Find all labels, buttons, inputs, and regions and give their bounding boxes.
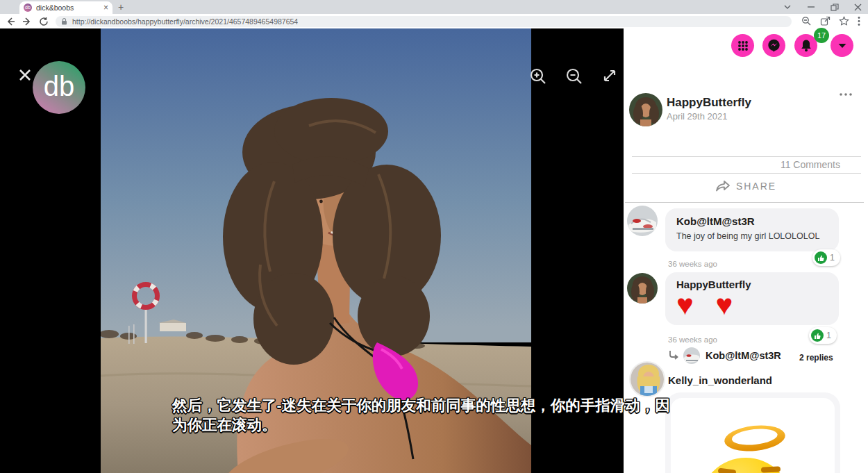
comment-bubble: HappyButterfly ♥ ♥	[665, 272, 839, 325]
browser-menu-icon[interactable]	[858, 16, 860, 26]
comment-like-badge[interactable]: 1	[809, 327, 837, 344]
notification-count-badge: 17	[814, 28, 829, 43]
divider	[632, 173, 861, 174]
window-restore-icon[interactable]	[831, 3, 839, 11]
window-minimize-icon[interactable]	[807, 3, 815, 10]
thumbs-up-icon	[815, 251, 827, 264]
share-page-icon[interactable]	[820, 16, 831, 26]
tab-favicon-icon: db	[24, 3, 32, 12]
divider	[625, 202, 864, 203]
window-close-icon[interactable]	[854, 3, 862, 11]
comment-hearts: ♥ ♥	[676, 290, 828, 320]
screen: db dick&boobs × + http://dickandboobs/ha…	[0, 0, 868, 473]
lock-icon	[61, 17, 67, 25]
url-text: http://dickandboobs/happybutterfly/archi…	[72, 17, 298, 26]
refresh-icon[interactable]	[39, 17, 49, 26]
window-controls	[783, 0, 862, 14]
viewer-close-icon[interactable]	[19, 69, 31, 81]
tab-title: dick&boobs	[36, 3, 99, 12]
comment-like-badge[interactable]: 1	[812, 249, 840, 266]
account-menu-button[interactable]	[831, 34, 853, 57]
comment-author-avatar[interactable]	[629, 361, 665, 397]
comment-author-avatar[interactable]	[627, 273, 658, 304]
comment-text: The joy of being my girl LOLOLOLOL	[676, 231, 828, 241]
apps-grid-button[interactable]	[731, 34, 754, 57]
post-author-name[interactable]: HappyButterfly	[667, 96, 751, 110]
post-options-icon[interactable]	[839, 87, 853, 99]
comment-author-name[interactable]: Kob@ltM@st3R	[676, 215, 828, 227]
apps-grid-icon	[737, 40, 749, 51]
viewer-tools	[529, 67, 618, 87]
url-bar[interactable]: http://dickandboobs/happybutterfly/archi…	[56, 16, 792, 27]
share-label: SHARE	[736, 181, 776, 192]
new-tab-button[interactable]: +	[118, 1, 124, 13]
back-icon[interactable]	[6, 17, 15, 26]
share-arrow-icon	[715, 180, 731, 192]
messenger-button[interactable]	[762, 34, 785, 57]
post-date: April 29th 2021	[667, 111, 727, 122]
comment-author-name[interactable]: Kelly_in_wonderland	[668, 374, 772, 386]
comments-count[interactable]: 11 Comments	[624, 159, 840, 170]
browser-tab-strip: db dick&boobs × +	[0, 0, 868, 14]
messenger-icon	[767, 39, 781, 52]
like-count: 1	[830, 253, 835, 263]
bell-icon	[800, 39, 812, 52]
thumbs-up-icon	[811, 329, 824, 342]
tab-close-icon[interactable]: ×	[103, 3, 108, 13]
subtitle-line1: 然后，它发生了-迷失在关于你的朋友和前同事的性思想，你的手指滑动，因	[172, 396, 700, 415]
browser-toolbar: http://dickandboobs/happybutterfly/archi…	[0, 14, 868, 28]
fullscreen-expand-icon[interactable]	[601, 67, 618, 87]
zoom-out-icon[interactable]	[565, 67, 583, 87]
reply-count[interactable]: 2 replies	[799, 353, 833, 363]
reply-author-name[interactable]: Kob@ltM@st3R	[706, 350, 781, 361]
toolbar-actions	[801, 16, 860, 26]
comment-bubble: Kob@ltM@st3R The joy of being my girl LO…	[665, 208, 839, 251]
comment-time: 36 weeks ago	[668, 260, 717, 268]
reply-author-avatar[interactable]	[683, 347, 700, 364]
comment-author-avatar[interactable]	[627, 206, 658, 236]
caret-down-icon	[837, 42, 847, 49]
divider	[632, 156, 861, 157]
bookmark-star-icon[interactable]	[839, 16, 849, 26]
reply-arrow-icon	[668, 350, 679, 360]
like-count: 1	[826, 331, 831, 340]
window-menu-chevron-icon[interactable]	[783, 3, 792, 10]
page-content: db	[0, 28, 868, 473]
forward-icon[interactable]	[22, 17, 32, 26]
subtitle-overlay: 然后，它发生了-迷失在关于你的朋友和前同事的性思想，你的手指滑动，因 为你正在滚…	[172, 396, 700, 435]
share-button[interactable]: SHARE	[624, 180, 868, 192]
subtitle-line2: 为你正在滚动。	[172, 415, 700, 435]
zoom-in-icon[interactable]	[529, 67, 547, 87]
comment-time: 36 weeks ago	[668, 335, 717, 344]
post-author-avatar[interactable]	[629, 93, 662, 126]
browser-tab[interactable]: db dick&boobs ×	[19, 1, 112, 14]
zoom-indicator-icon[interactable]	[801, 16, 812, 26]
site-logo[interactable]: db	[33, 61, 85, 114]
